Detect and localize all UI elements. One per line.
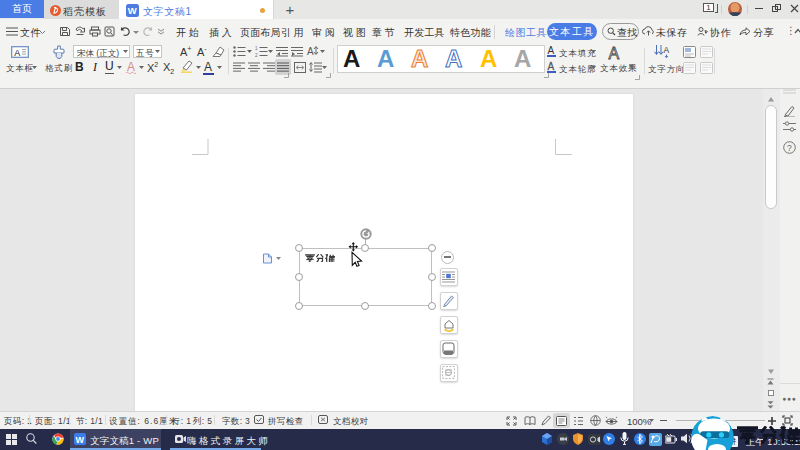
svg-text:W: W <box>76 435 85 445</box>
svg-text:W: W <box>128 5 137 16</box>
svg-text:?: ? <box>787 143 792 153</box>
